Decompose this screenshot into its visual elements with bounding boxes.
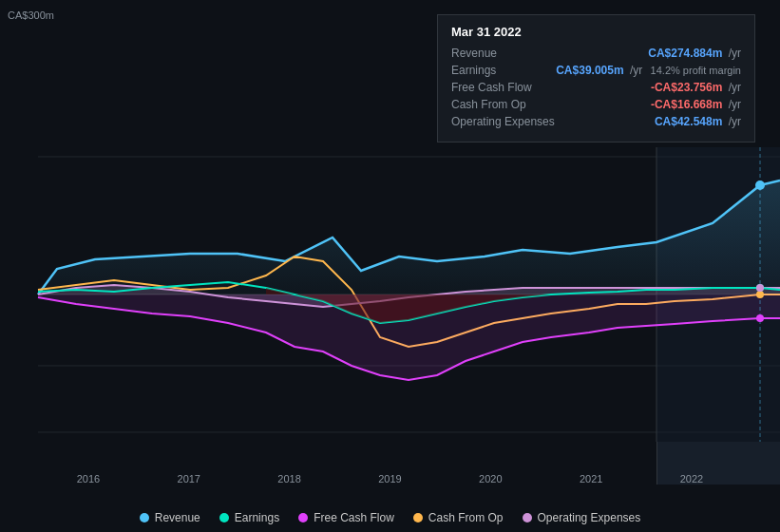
svg-point-10 [756,314,764,322]
cash-from-op-row: Cash From Op -CA$16.668m /yr [451,98,741,111]
chart-legend: Revenue Earnings Free Cash Flow Cash Fro… [0,511,780,524]
cash-from-op-label: Cash From Op [451,98,526,111]
earnings-dot [219,513,229,522]
earnings-value: CA$39.005m /yr 14.2% profit margin [556,64,741,77]
revenue-label: Revenue [451,47,497,60]
revenue-row: Revenue CA$274.884m /yr [451,47,741,60]
legend-operating-expenses-label: Operating Expenses [538,511,641,524]
cash-from-op-value: -CA$16.668m /yr [651,98,741,111]
free-cash-flow-dot [298,513,308,522]
svg-point-8 [755,180,765,190]
x-label-2017: 2017 [178,473,200,484]
free-cash-flow-label: Free Cash Flow [451,81,532,94]
operating-expenses-label: Operating Expenses [451,115,555,128]
legend-revenue: Revenue [140,511,200,524]
legend-operating-expenses: Operating Expenses [523,511,641,524]
earnings-row: Earnings CA$39.005m /yr 14.2% profit mar… [451,64,741,77]
tooltip-box: Mar 31 2022 Revenue CA$274.884m /yr Earn… [437,14,755,142]
legend-cash-from-op-label: Cash From Op [428,511,504,524]
y-label-top: CA$300m [8,10,54,21]
legend-cash-from-op: Cash From Op [413,511,504,524]
x-label-2018: 2018 [277,473,300,484]
profit-margin: 14.2% profit margin [651,65,741,76]
operating-expenses-row: Operating Expenses CA$42.548m /yr [451,115,741,128]
svg-point-11 [756,291,764,298]
operating-expenses-dot [523,513,532,522]
legend-free-cash-flow: Free Cash Flow [298,511,394,524]
tooltip-title: Mar 31 2022 [451,25,741,39]
revenue-value: CA$274.884m /yr [648,47,741,60]
svg-point-12 [756,284,764,292]
legend-earnings-label: Earnings [235,511,279,524]
cash-from-op-dot [413,513,423,522]
revenue-dot [140,513,149,522]
x-label-2020: 2020 [479,473,502,484]
chart-svg [0,147,780,442]
x-label-2022: 2022 [680,473,703,484]
x-label-2019: 2019 [378,473,401,484]
x-label-2021: 2021 [580,473,602,484]
free-cash-flow-row: Free Cash Flow -CA$23.756m /yr [451,81,741,94]
legend-earnings: Earnings [219,511,279,524]
legend-revenue-label: Revenue [155,511,200,524]
earnings-label: Earnings [451,64,496,77]
free-cash-flow-value: -CA$23.756m /yr [651,81,741,94]
x-label-2016: 2016 [77,473,100,484]
legend-free-cash-flow-label: Free Cash Flow [314,511,394,524]
operating-expenses-value: CA$42.548m /yr [655,115,741,128]
